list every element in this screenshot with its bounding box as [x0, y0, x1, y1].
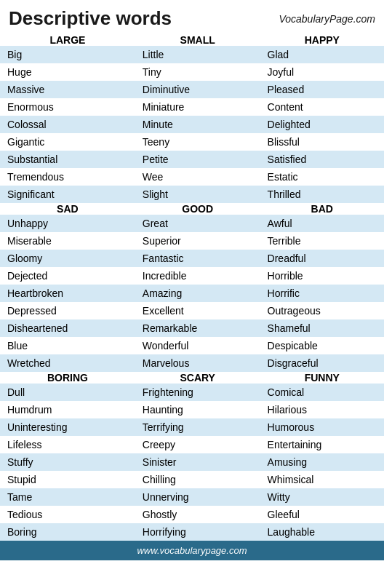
table-cell: Colossal	[0, 116, 135, 133]
site-url: VocabularyPage.com	[279, 13, 375, 25]
table-cell: Marvelous	[135, 354, 260, 372]
table-row: UnhappyGreatAwful	[0, 215, 384, 232]
table-cell: Lifeless	[0, 436, 135, 453]
table-cell: Glad	[260, 46, 384, 63]
table-cell: Miserable	[0, 232, 135, 250]
table-cell: Entertaining	[260, 436, 384, 453]
section-header-happy: HAPPY	[260, 34, 384, 46]
table-cell: Humdrum	[0, 401, 135, 418]
table-cell: Terrifying	[135, 418, 260, 436]
table-cell: Petite	[135, 151, 260, 168]
table-cell: Little	[135, 46, 260, 63]
table-cell: Satisfied	[260, 151, 384, 168]
table-cell: Comical	[260, 384, 384, 401]
table-row: DejectedIncredibleHorrible	[0, 267, 384, 285]
table-cell: Massive	[0, 81, 135, 98]
section-header-large: LARGE	[0, 34, 135, 46]
table-cell: Horrifying	[135, 523, 260, 541]
table-cell: Sinister	[135, 453, 260, 471]
table-cell: Tedious	[0, 506, 135, 523]
table-row: HeartbrokenAmazingHorrific	[0, 285, 384, 302]
table-cell: Haunting	[135, 401, 260, 418]
page-container: Descriptive words VocabularyPage.com VP …	[0, 0, 384, 560]
table-row: MassiveDiminutivePleased	[0, 81, 384, 98]
table-cell: Wretched	[0, 354, 135, 372]
table-cell: Despicable	[260, 337, 384, 354]
table-cell: Boring	[0, 523, 135, 541]
table-row: TremendousWeeEstatic	[0, 168, 384, 186]
table-row: SubstantialPetiteSatisfied	[0, 151, 384, 168]
table-cell: Uninteresting	[0, 418, 135, 436]
table-row: HumdrumHauntingHilarious	[0, 401, 384, 418]
section-header-funny: FUNNY	[260, 372, 384, 384]
table-row: TediousGhostlyGleeful	[0, 506, 384, 523]
table-cell: Slight	[135, 186, 260, 203]
table-row: DisheartenedRemarkableShameful	[0, 319, 384, 337]
table-row: TameUnnervingWitty	[0, 488, 384, 506]
table-cell: Estatic	[260, 168, 384, 186]
table-cell: Gleeful	[260, 506, 384, 523]
table-cell: Wee	[135, 168, 260, 186]
table-row: StupidChillingWhimsical	[0, 471, 384, 488]
table-cell: Whimsical	[260, 471, 384, 488]
table-cell: Miniature	[135, 98, 260, 116]
section-header-sad: SAD	[0, 203, 135, 215]
footer-text: www.vocabularypage.com	[137, 545, 247, 556]
table-cell: Big	[0, 46, 135, 63]
table-row: UninterestingTerrifyingHumorous	[0, 418, 384, 436]
section-header-scary: SCARY	[135, 372, 260, 384]
table-cell: Horrific	[260, 285, 384, 302]
table-cell: Disgraceful	[260, 354, 384, 372]
table-cell: Superior	[135, 232, 260, 250]
table-cell: Amazing	[135, 285, 260, 302]
table-cell: Hilarious	[260, 401, 384, 418]
table-row: StuffySinisterAmusing	[0, 453, 384, 471]
table-cell: Great	[135, 215, 260, 232]
table-cell: Terrible	[260, 232, 384, 250]
table-cell: Tame	[0, 488, 135, 506]
table-row: LifelessCreepyEntertaining	[0, 436, 384, 453]
table-cell: Gloomy	[0, 250, 135, 267]
table-cell: Dreadful	[260, 250, 384, 267]
table-row: DullFrighteningComical	[0, 384, 384, 401]
main-table-wrapper: VP VP VP LARGESMALLHAPPYBigLittleGladHug…	[0, 34, 384, 541]
table-cell: Teeny	[135, 133, 260, 151]
table-cell: Humorous	[260, 418, 384, 436]
table-row: GloomyFantasticDreadful	[0, 250, 384, 267]
table-cell: Unnerving	[135, 488, 260, 506]
table-cell: Awful	[260, 215, 384, 232]
table-cell: Wonderful	[135, 337, 260, 354]
table-cell: Pleased	[260, 81, 384, 98]
table-cell: Stuffy	[0, 453, 135, 471]
footer: www.vocabularypage.com	[0, 541, 384, 560]
table-cell: Excellent	[135, 302, 260, 319]
table-cell: Outrageous	[260, 302, 384, 319]
table-cell: Huge	[0, 63, 135, 81]
table-row: BlueWonderfulDespicable	[0, 337, 384, 354]
table-cell: Dejected	[0, 267, 135, 285]
table-cell: Tiny	[135, 63, 260, 81]
table-cell: Amusing	[260, 453, 384, 471]
table-cell: Substantial	[0, 151, 135, 168]
table-cell: Disheartened	[0, 319, 135, 337]
table-cell: Content	[260, 98, 384, 116]
table-cell: Delighted	[260, 116, 384, 133]
table-cell: Depressed	[0, 302, 135, 319]
table-row: BigLittleGlad	[0, 46, 384, 63]
table-cell: Laughable	[260, 523, 384, 541]
table-cell: Witty	[260, 488, 384, 506]
table-row: MiserableSuperiorTerrible	[0, 232, 384, 250]
table-row: DepressedExcellentOutrageous	[0, 302, 384, 319]
table-cell: Blissful	[260, 133, 384, 151]
table-cell: Thrilled	[260, 186, 384, 203]
table-cell: Tremendous	[0, 168, 135, 186]
page-header: Descriptive words VocabularyPage.com	[0, 0, 384, 34]
table-cell: Enormous	[0, 98, 135, 116]
table-row: EnormousMiniatureContent	[0, 98, 384, 116]
table-cell: Unhappy	[0, 215, 135, 232]
table-cell: Creepy	[135, 436, 260, 453]
table-cell: Shameful	[260, 319, 384, 337]
table-cell: Chilling	[135, 471, 260, 488]
table-row: SignificantSlightThrilled	[0, 186, 384, 203]
table-cell: Blue	[0, 337, 135, 354]
